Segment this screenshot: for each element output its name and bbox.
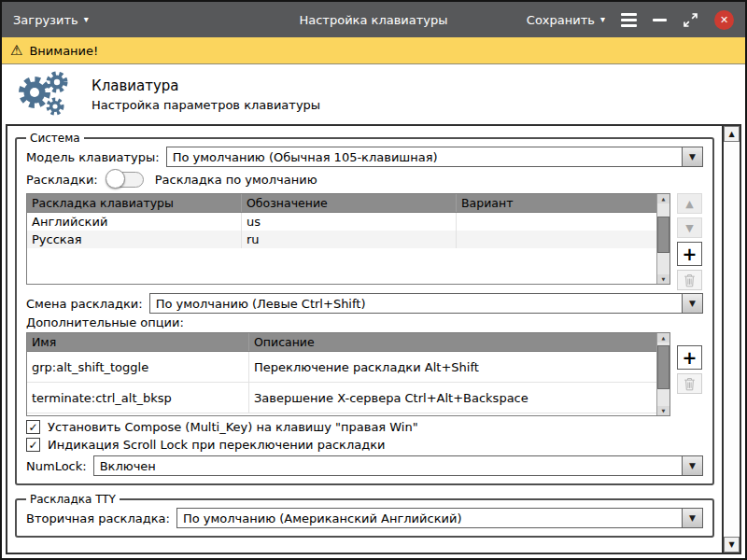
system-group-legend: Система	[26, 132, 84, 145]
toggle-knob	[106, 169, 125, 189]
load-button[interactable]: Загрузить ▾	[13, 13, 89, 27]
secondary-layout-row: Вторичная раскладка: По умолчанию (Амери…	[26, 508, 703, 528]
options-table-scrollbar[interactable]: ▲ ▼	[656, 333, 669, 415]
layouts-table-block: Раскладка клавиатуры Обозначение Вариант…	[26, 193, 703, 290]
scrollbar-thumb[interactable]	[657, 217, 669, 254]
content-area: Система Модель клавиатуры: По умолчанию …	[6, 124, 741, 554]
options-table-buttons: +	[677, 345, 703, 394]
caret-down-icon: ▾	[84, 15, 89, 24]
compose-checkbox-label: Установить Compose (Multi_Key) на клавиш…	[48, 420, 418, 434]
layout-switch-row: Смена раскладки: По умолчанию (Левые Ctr…	[26, 293, 703, 314]
layouts-row: Раскладки: Раскладка по умолчанию	[26, 169, 703, 190]
up-arrow-icon: ▲	[662, 196, 666, 202]
default-layout-toggle-label: Раскладка по умолчанию	[155, 173, 317, 187]
plus-icon: +	[683, 349, 698, 367]
table-row[interactable]: Русская ru	[27, 231, 656, 248]
default-layout-toggle[interactable]	[106, 172, 144, 188]
scrolllock-checkbox-label: Индикация Scroll Lock при переключении р…	[48, 438, 385, 452]
module-header-text: Клавиатура Настройка параметров клавиату…	[92, 77, 320, 112]
scroll-up-icon[interactable]: ▲	[657, 194, 669, 203]
module-header: Клавиатура Настройка параметров клавиату…	[2, 64, 745, 124]
close-button[interactable]: ✕	[714, 10, 734, 30]
layouts-label: Раскладки:	[26, 173, 98, 187]
column-header: Имя	[27, 333, 249, 351]
cell-name: grp:alt_shift_toggle	[27, 352, 249, 382]
load-button-label: Загрузить	[13, 13, 78, 27]
cell-variant	[457, 213, 656, 231]
column-header: Раскладка клавиатуры	[27, 194, 242, 212]
table-row[interactable]: grp:alt_shift_toggle Переключение раскла…	[27, 352, 656, 383]
scroll-up-button[interactable]: ▲	[724, 126, 740, 142]
numlock-select[interactable]: Включен ▼	[93, 455, 703, 476]
table-row[interactable]: Английский us	[27, 213, 656, 231]
menu-icon[interactable]	[621, 13, 637, 27]
system-group: Система Модель клавиатуры: По умолчанию …	[15, 132, 714, 485]
secondary-layout-select[interactable]: По умолчанию (Американский Английский) ▼	[176, 508, 703, 528]
down-arrow-icon: ▼	[728, 540, 734, 549]
gears-icon	[13, 68, 73, 120]
scroll-down-icon[interactable]: ▼	[657, 406, 669, 415]
secondary-layout-label: Вторичная раскладка:	[26, 511, 170, 525]
cell-layout: Русская	[27, 231, 242, 248]
scrollbar-track[interactable]	[657, 343, 669, 406]
settings-form: Система Модель клавиатуры: По умолчанию …	[7, 126, 722, 553]
layout-switch-select[interactable]: По умолчанию (Левые Ctrl+Shift) ▼	[149, 293, 703, 314]
warning-banner: ⚠ Внимание!	[2, 37, 745, 64]
main-scrollbar-track[interactable]	[724, 142, 740, 537]
layouts-table-buttons: ▲ ▼ +	[677, 193, 703, 290]
add-layout-button[interactable]: +	[677, 242, 702, 266]
scrollbar-track[interactable]	[657, 203, 669, 274]
options-table-block: Имя Описание grp:alt_shift_toggle Перекл…	[26, 332, 703, 416]
main-scrollbar[interactable]: ▲ ▼	[722, 126, 740, 553]
scroll-up-icon[interactable]: ▲	[657, 333, 669, 343]
keyboard-model-select[interactable]: По умолчанию (Обычная 105-клавишная) ▼	[166, 147, 703, 167]
keyboard-model-label: Модель клавиатуры:	[26, 150, 160, 164]
up-arrow-icon: ▲	[685, 198, 693, 210]
scroll-down-button[interactable]: ▼	[724, 537, 740, 553]
extra-options-label: Дополнительные опции:	[26, 315, 184, 329]
layouts-table-scrollbar[interactable]: ▲ ▼	[656, 194, 669, 284]
trash-icon	[684, 377, 696, 391]
secondary-layout-value: По умолчанию (Американский Английский)	[177, 509, 682, 527]
titlebar: Загрузить ▾ Настройка клавиатуры Сохрани…	[2, 2, 745, 37]
warning-text: Внимание!	[29, 44, 98, 58]
delete-option-button[interactable]	[677, 373, 702, 394]
keyboard-settings-window: Загрузить ▾ Настройка клавиатуры Сохрани…	[0, 0, 747, 560]
scrollbar-thumb[interactable]	[657, 345, 669, 390]
minimize-icon[interactable]	[653, 19, 667, 21]
cell-variant	[457, 231, 656, 248]
options-table-body: grp:alt_shift_toggle Переключение раскла…	[27, 352, 656, 415]
options-table-main: Имя Описание grp:alt_shift_toggle Перекл…	[27, 333, 656, 415]
expand-icon[interactable]	[683, 12, 698, 28]
move-down-button[interactable]: ▼	[677, 217, 702, 238]
options-table: Имя Описание grp:alt_shift_toggle Перекл…	[26, 332, 670, 416]
up-arrow-icon: ▲	[662, 335, 666, 341]
cell-name: terminate:ctrl_alt_bksp	[27, 383, 249, 413]
delete-layout-button[interactable]	[677, 270, 702, 290]
plus-icon: +	[683, 245, 698, 263]
dropdown-arrow-icon: ▼	[682, 456, 702, 475]
down-arrow-icon: ▼	[662, 276, 666, 282]
dropdown-arrow-icon: ▼	[682, 294, 702, 313]
compose-checkbox[interactable]: ✓	[26, 420, 40, 434]
add-option-button[interactable]: +	[677, 345, 702, 370]
extra-options-row: Дополнительные опции:	[26, 315, 703, 329]
numlock-label: NumLock:	[26, 459, 87, 473]
up-arrow-icon: ▲	[728, 130, 734, 138]
column-header: Обозначение	[242, 194, 457, 212]
cell-code: ru	[242, 231, 457, 248]
save-button[interactable]: Сохранить ▾	[527, 13, 605, 27]
tty-group-legend: Раскладка TTY	[26, 493, 120, 506]
caret-down-icon: ▾	[600, 15, 605, 24]
layout-switch-value: По умолчанию (Левые Ctrl+Shift)	[150, 294, 682, 313]
scroll-down-icon[interactable]: ▼	[657, 274, 669, 284]
table-row[interactable]: terminate:ctrl_alt_bksp Завершение X-сер…	[27, 383, 656, 413]
options-table-header: Имя Описание	[27, 333, 656, 352]
move-up-button[interactable]: ▲	[677, 193, 702, 214]
layouts-table-body: Английский us Русская ru	[27, 213, 656, 284]
compose-checkbox-row: ✓ Установить Compose (Multi_Key) на клав…	[26, 420, 703, 434]
scrolllock-checkbox-row: ✓ Индикация Scroll Lock при переключении…	[26, 438, 703, 452]
scrolllock-checkbox[interactable]: ✓	[26, 438, 40, 452]
cell-layout: Английский	[27, 213, 242, 231]
numlock-value: Включен	[94, 456, 682, 475]
